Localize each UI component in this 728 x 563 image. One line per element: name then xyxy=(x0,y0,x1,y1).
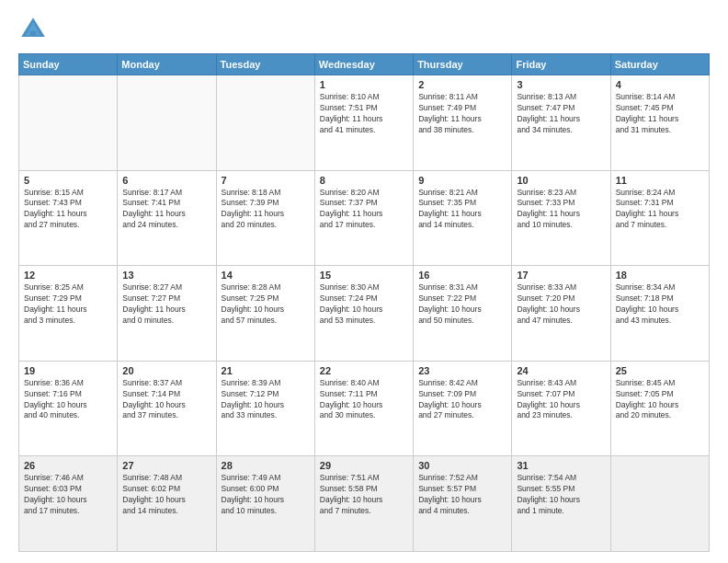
day-number: 28 xyxy=(222,460,310,471)
calendar-cell: 14Sunrise: 8:28 AM Sunset: 7:25 PM Dayli… xyxy=(216,266,314,362)
day-info: Sunrise: 8:15 AM Sunset: 7:43 PM Dayligh… xyxy=(24,188,112,232)
calendar-cell: 25Sunrise: 8:45 AM Sunset: 7:05 PM Dayli… xyxy=(610,361,709,456)
day-info: Sunrise: 8:45 AM Sunset: 7:05 PM Dayligh… xyxy=(616,378,704,422)
day-number: 11 xyxy=(616,175,704,186)
weekday-header-saturday: Saturday xyxy=(610,54,709,75)
calendar-cell: 13Sunrise: 8:27 AM Sunset: 7:27 PM Dayli… xyxy=(118,266,216,362)
day-number: 12 xyxy=(24,270,112,281)
weekday-header-friday: Friday xyxy=(512,54,610,75)
calendar-cell: 9Sunrise: 8:21 AM Sunset: 7:35 PM Daylig… xyxy=(414,170,512,266)
day-info: Sunrise: 7:49 AM Sunset: 6:00 PM Dayligh… xyxy=(222,473,310,517)
header xyxy=(18,15,710,44)
calendar-cell: 3Sunrise: 8:13 AM Sunset: 7:47 PM Daylig… xyxy=(512,75,610,171)
day-info: Sunrise: 8:21 AM Sunset: 7:35 PM Dayligh… xyxy=(418,188,506,232)
calendar-cell: 10Sunrise: 8:23 AM Sunset: 7:33 PM Dayli… xyxy=(512,170,610,266)
calendar-cell: 21Sunrise: 8:39 AM Sunset: 7:12 PM Dayli… xyxy=(216,361,314,456)
day-number: 23 xyxy=(418,365,506,376)
day-info: Sunrise: 7:52 AM Sunset: 5:57 PM Dayligh… xyxy=(418,473,506,517)
day-number: 4 xyxy=(616,79,704,90)
day-info: Sunrise: 8:34 AM Sunset: 7:18 PM Dayligh… xyxy=(616,282,704,327)
week-row-4: 19Sunrise: 8:36 AM Sunset: 7:16 PM Dayli… xyxy=(19,361,710,456)
day-number: 16 xyxy=(418,270,506,281)
day-info: Sunrise: 8:20 AM Sunset: 7:37 PM Dayligh… xyxy=(320,188,408,232)
day-info: Sunrise: 8:13 AM Sunset: 7:47 PM Dayligh… xyxy=(517,92,605,136)
day-info: Sunrise: 8:10 AM Sunset: 7:51 PM Dayligh… xyxy=(320,92,408,136)
calendar-cell: 8Sunrise: 8:20 AM Sunset: 7:37 PM Daylig… xyxy=(314,170,413,266)
day-info: Sunrise: 8:31 AM Sunset: 7:22 PM Dayligh… xyxy=(418,282,506,327)
day-number: 2 xyxy=(418,79,506,90)
calendar-cell: 17Sunrise: 8:33 AM Sunset: 7:20 PM Dayli… xyxy=(512,266,610,362)
day-number: 20 xyxy=(122,365,210,376)
calendar-cell: 31Sunrise: 7:54 AM Sunset: 5:55 PM Dayli… xyxy=(512,456,610,552)
day-number: 24 xyxy=(517,365,605,376)
calendar-cell: 16Sunrise: 8:31 AM Sunset: 7:22 PM Dayli… xyxy=(414,266,512,362)
calendar-cell: 11Sunrise: 8:24 AM Sunset: 7:31 PM Dayli… xyxy=(610,170,709,266)
weekday-header-row: SundayMondayTuesdayWednesdayThursdayFrid… xyxy=(19,54,710,75)
weekday-header-tuesday: Tuesday xyxy=(216,54,314,75)
day-number: 21 xyxy=(222,365,310,376)
day-number: 26 xyxy=(24,460,112,471)
day-number: 27 xyxy=(122,460,210,471)
week-row-2: 5Sunrise: 8:15 AM Sunset: 7:43 PM Daylig… xyxy=(19,170,710,266)
calendar-cell xyxy=(216,75,314,171)
day-info: Sunrise: 7:46 AM Sunset: 6:03 PM Dayligh… xyxy=(24,473,112,517)
day-number: 22 xyxy=(320,365,408,376)
day-info: Sunrise: 8:37 AM Sunset: 7:14 PM Dayligh… xyxy=(122,378,210,422)
day-info: Sunrise: 8:11 AM Sunset: 7:49 PM Dayligh… xyxy=(418,92,506,136)
day-info: Sunrise: 8:25 AM Sunset: 7:29 PM Dayligh… xyxy=(24,282,112,327)
day-info: Sunrise: 7:48 AM Sunset: 6:02 PM Dayligh… xyxy=(122,473,210,517)
calendar-cell: 15Sunrise: 8:30 AM Sunset: 7:24 PM Dayli… xyxy=(314,266,413,362)
day-info: Sunrise: 8:36 AM Sunset: 7:16 PM Dayligh… xyxy=(24,378,112,422)
page: SundayMondayTuesdayWednesdayThursdayFrid… xyxy=(0,0,728,563)
calendar-cell: 30Sunrise: 7:52 AM Sunset: 5:57 PM Dayli… xyxy=(414,456,512,552)
calendar-cell: 20Sunrise: 8:37 AM Sunset: 7:14 PM Dayli… xyxy=(118,361,216,456)
day-info: Sunrise: 8:28 AM Sunset: 7:25 PM Dayligh… xyxy=(222,282,310,327)
day-info: Sunrise: 8:43 AM Sunset: 7:07 PM Dayligh… xyxy=(517,378,605,422)
day-info: Sunrise: 8:17 AM Sunset: 7:41 PM Dayligh… xyxy=(122,188,210,232)
calendar-cell: 28Sunrise: 7:49 AM Sunset: 6:00 PM Dayli… xyxy=(216,456,314,552)
calendar-cell: 29Sunrise: 7:51 AM Sunset: 5:58 PM Dayli… xyxy=(314,456,413,552)
day-info: Sunrise: 8:23 AM Sunset: 7:33 PM Dayligh… xyxy=(517,188,605,232)
calendar-cell xyxy=(610,456,709,552)
day-number: 14 xyxy=(222,270,310,281)
calendar-table: SundayMondayTuesdayWednesdayThursdayFrid… xyxy=(18,53,710,552)
day-number: 6 xyxy=(122,175,210,186)
day-number: 19 xyxy=(24,365,112,376)
day-info: Sunrise: 8:24 AM Sunset: 7:31 PM Dayligh… xyxy=(616,188,704,232)
day-info: Sunrise: 8:39 AM Sunset: 7:12 PM Dayligh… xyxy=(222,378,310,422)
day-number: 5 xyxy=(24,175,112,186)
day-info: Sunrise: 8:18 AM Sunset: 7:39 PM Dayligh… xyxy=(222,188,310,232)
calendar-cell: 22Sunrise: 8:40 AM Sunset: 7:11 PM Dayli… xyxy=(314,361,413,456)
calendar-cell: 4Sunrise: 8:14 AM Sunset: 7:45 PM Daylig… xyxy=(610,75,709,171)
day-number: 30 xyxy=(418,460,506,471)
weekday-header-monday: Monday xyxy=(118,54,216,75)
calendar-cell: 1Sunrise: 8:10 AM Sunset: 7:51 PM Daylig… xyxy=(314,75,413,171)
weekday-header-sunday: Sunday xyxy=(19,54,118,75)
calendar-cell: 19Sunrise: 8:36 AM Sunset: 7:16 PM Dayli… xyxy=(19,361,118,456)
day-info: Sunrise: 7:51 AM Sunset: 5:58 PM Dayligh… xyxy=(320,473,408,517)
day-number: 31 xyxy=(517,460,605,471)
calendar-cell: 24Sunrise: 8:43 AM Sunset: 7:07 PM Dayli… xyxy=(512,361,610,456)
day-number: 10 xyxy=(517,175,605,186)
day-number: 18 xyxy=(616,270,704,281)
weekday-header-wednesday: Wednesday xyxy=(314,54,413,75)
calendar-cell: 18Sunrise: 8:34 AM Sunset: 7:18 PM Dayli… xyxy=(610,266,709,362)
day-number: 8 xyxy=(320,175,408,186)
day-info: Sunrise: 8:42 AM Sunset: 7:09 PM Dayligh… xyxy=(418,378,506,422)
week-row-1: 1Sunrise: 8:10 AM Sunset: 7:51 PM Daylig… xyxy=(19,75,710,171)
calendar-cell: 5Sunrise: 8:15 AM Sunset: 7:43 PM Daylig… xyxy=(19,170,118,266)
day-info: Sunrise: 8:14 AM Sunset: 7:45 PM Dayligh… xyxy=(616,92,704,136)
week-row-5: 26Sunrise: 7:46 AM Sunset: 6:03 PM Dayli… xyxy=(19,456,710,552)
day-info: Sunrise: 7:54 AM Sunset: 5:55 PM Dayligh… xyxy=(517,473,605,517)
day-number: 9 xyxy=(418,175,506,186)
day-info: Sunrise: 8:30 AM Sunset: 7:24 PM Dayligh… xyxy=(320,282,408,327)
calendar-cell: 6Sunrise: 8:17 AM Sunset: 7:41 PM Daylig… xyxy=(118,170,216,266)
logo-icon xyxy=(18,15,48,44)
calendar-cell xyxy=(118,75,216,171)
day-number: 25 xyxy=(616,365,704,376)
calendar-cell: 2Sunrise: 8:11 AM Sunset: 7:49 PM Daylig… xyxy=(414,75,512,171)
day-number: 15 xyxy=(320,270,408,281)
day-info: Sunrise: 8:40 AM Sunset: 7:11 PM Dayligh… xyxy=(320,378,408,422)
day-info: Sunrise: 8:27 AM Sunset: 7:27 PM Dayligh… xyxy=(122,282,210,327)
day-number: 29 xyxy=(320,460,408,471)
